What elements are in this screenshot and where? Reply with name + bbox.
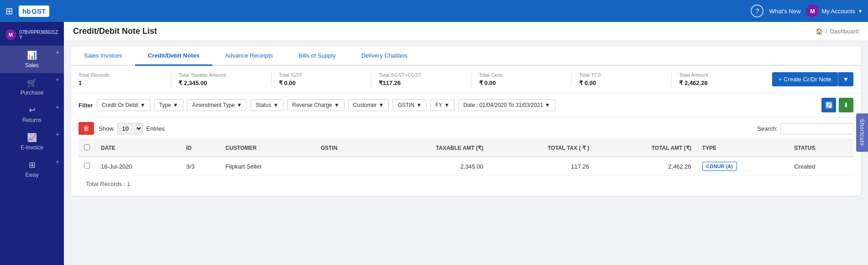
th-type: TYPE <box>697 140 789 157</box>
sales-icon: 📊 <box>27 50 37 60</box>
entries-label: Entries <box>146 125 165 132</box>
filter-customer[interactable]: Customer ▼ <box>348 99 389 111</box>
page-header: Credit/Debit Note List 🏠 / Dashboard <box>64 22 868 41</box>
create-dropdown-button[interactable]: ▼ <box>838 72 853 86</box>
summary-total-records: Total Records 1 <box>78 72 171 86</box>
summary-tcs-value: ₹ 0.00 <box>579 80 664 86</box>
sidebar-item-sales[interactable]: 📊 Sales + <box>0 46 64 73</box>
returns-icon: ↩ <box>29 105 36 115</box>
table-row[interactable]: 16-Jul-2020 3r3 Flipkart Seller 2,345.00… <box>78 157 853 176</box>
sidebar-item-eway[interactable]: ⊞ Eway + <box>0 155 64 183</box>
whats-new-link[interactable]: What's New <box>769 8 800 15</box>
user-avatar: M <box>806 5 819 17</box>
row-id: 3r3 <box>181 157 220 176</box>
filter-right: 🔄 ⬇ <box>821 98 853 112</box>
filter-credit-chevron: ▼ <box>140 102 146 108</box>
my-accounts-label: My Accounts <box>821 8 855 15</box>
tab-bills-of-supply[interactable]: Bills of Supply <box>286 47 349 66</box>
sidebar-plus-returns-icon[interactable]: + <box>56 103 59 111</box>
filter-customer-chevron: ▼ <box>379 102 384 108</box>
summary-igst: Total IGST ₹ 0.00 <box>272 72 371 86</box>
row-checkbox-cell[interactable] <box>78 157 95 176</box>
filter-reverse-charge[interactable]: Reverse Charge ▼ <box>287 99 344 111</box>
row-total-amt: 2,462.26 <box>595 157 697 176</box>
main-content: Credit/Debit Note List 🏠 / Dashboard Sal… <box>64 22 868 265</box>
filter-reverse-chevron: ▼ <box>334 102 340 108</box>
sidebar-item-einvoice[interactable]: 📈 E-Invoice + <box>0 128 64 155</box>
search-input[interactable] <box>780 123 853 134</box>
filter-credit-or-debit[interactable]: Credit Or Debit ▼ <box>97 99 151 111</box>
filter-type[interactable]: Type ▼ <box>154 99 183 111</box>
th-total-amt: TOTAL AMT (₹) <box>595 140 697 157</box>
create-cr-dr-note-button[interactable]: + Create Cr/Dr Note <box>772 72 838 86</box>
tab-credit-debit-notes[interactable]: Credit/Debit Notes <box>135 47 212 66</box>
my-accounts-button[interactable]: M My Accounts ▼ <box>806 5 863 17</box>
tab-advance-receipts[interactable]: Advance Receipts <box>212 47 286 66</box>
filter-fy[interactable]: FY ▼ <box>430 99 455 111</box>
sidebar-item-returns[interactable]: ↩ Returns + <box>0 101 64 128</box>
th-customer: CUSTOMER <box>220 140 315 157</box>
filter-date-chevron: ▼ <box>545 102 550 108</box>
sidebar-item-label-purchase: Purchase <box>21 90 44 96</box>
tab-delivery-challans[interactable]: Delivery Challans <box>349 47 420 66</box>
summary-sgst-cgst-label: Total SGST+CGST <box>379 72 464 78</box>
sidebar-user: M 07BVRPR3650J1ZY <box>0 26 64 46</box>
filter-fy-chevron: ▼ <box>444 102 450 108</box>
sidebar-plus-purchase-icon[interactable]: + <box>56 76 59 83</box>
entries-select[interactable]: 10 25 50 100 <box>117 123 143 134</box>
purchase-icon: 🛒 <box>27 78 37 88</box>
create-btn-group: + Create Cr/Dr Note ▼ <box>772 72 853 86</box>
show-entries: Show 10 25 50 100 Entries <box>99 123 165 134</box>
row-status: Created <box>789 157 853 176</box>
summary-taxable-amount: Total Taxable Amount ₹ 2,345.00 <box>171 72 271 86</box>
filter-status-chevron: ▼ <box>273 102 278 108</box>
th-status: STATUS <box>789 140 853 157</box>
filter-left: Filter Credit Or Debit ▼ Type ▼ Amendmen… <box>78 99 555 111</box>
th-taxable-amt: TAXABLE AMT (₹) <box>371 140 489 157</box>
tab-sales-invoices[interactable]: Sales Invoices <box>71 47 135 66</box>
home-icon[interactable]: 🏠 <box>816 28 823 35</box>
einvoice-icon: 📈 <box>27 132 37 143</box>
delete-button[interactable]: 🗑 <box>78 122 94 135</box>
summary-row: Total Records 1 Total Taxable Amount ₹ 2… <box>71 66 861 93</box>
data-table: DATE ID CUSTOMER GSTIN TAXABLE AMT (₹) T… <box>78 139 853 176</box>
sidebar-item-purchase[interactable]: 🛒 Purchase + <box>0 73 64 101</box>
sidebar-item-label-sales: Sales <box>25 62 39 69</box>
breadcrumb-separator: / <box>826 28 827 35</box>
row-gstin <box>315 157 371 176</box>
filter-row: Filter Credit Or Debit ▼ Type ▼ Amendmen… <box>71 93 861 117</box>
table-header-row: DATE ID CUSTOMER GSTIN TAXABLE AMT (₹) T… <box>78 140 853 157</box>
filter-gstin[interactable]: GSTIN ▼ <box>392 99 427 111</box>
summary-sgst-cgst-value: ₹117.26 <box>379 80 464 86</box>
filter-amendment-type[interactable]: Amendment Type ▼ <box>187 99 247 111</box>
select-all-checkbox[interactable] <box>84 144 90 150</box>
chevron-down-icon: ▼ <box>858 9 863 14</box>
download-button[interactable]: ⬇ <box>839 98 853 112</box>
help-icon[interactable]: ? <box>751 5 763 17</box>
row-total-tax: 117.26 <box>489 157 595 176</box>
sidebar-item-label-eway: Eway <box>25 172 38 178</box>
row-taxable-amt: 2,345.00 <box>371 157 489 176</box>
filter-status[interactable]: Status ▼ <box>251 99 283 111</box>
sidebar-user-id: 07BVRPR3650J1ZY <box>20 30 59 40</box>
filter-label: Filter <box>78 102 93 109</box>
refresh-button[interactable]: 🔄 <box>821 98 836 112</box>
sidebar-plus-icon[interactable]: + <box>56 48 59 56</box>
sidebar-plus-eway-icon[interactable]: + <box>56 158 59 165</box>
th-checkbox <box>78 140 95 157</box>
row-customer: Flipkart Seller <box>220 157 315 176</box>
grid-icon[interactable]: ⊞ <box>5 5 13 16</box>
logo-gst: GST <box>31 7 46 15</box>
logo[interactable]: hb GST <box>19 5 49 17</box>
filter-date-range[interactable]: Date : 01/04/2020 To 31/03/2021 ▼ <box>458 99 555 111</box>
table-controls-left: 🗑 Show 10 25 50 100 Entries <box>78 122 165 135</box>
shortcuts-tab[interactable]: Shortcuts <box>856 113 868 152</box>
filter-type-chevron: ▼ <box>173 102 178 108</box>
total-records-text: Total Records : 1 <box>78 176 853 192</box>
th-date: DATE <box>95 140 181 157</box>
summary-taxable-value: ₹ 2,345.00 <box>178 80 263 86</box>
sidebar-plus-einvoice-icon[interactable]: + <box>56 131 59 138</box>
show-label: Show <box>99 125 114 132</box>
search-box: Search: <box>757 123 853 134</box>
row-checkbox[interactable] <box>84 163 90 169</box>
